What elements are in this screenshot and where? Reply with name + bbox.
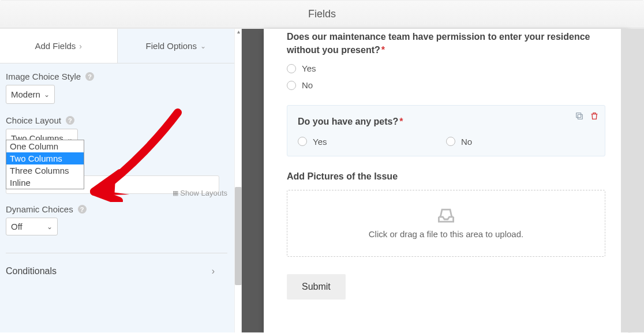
- sidebar-scrollbar[interactable]: ▴: [234, 29, 241, 332]
- page-title: Fields: [308, 8, 336, 20]
- preview-area: Does our maintenance team have permissio…: [242, 29, 644, 332]
- dynamic-choices-select[interactable]: Off ⌄: [6, 218, 58, 235]
- upload-section-label: Add Pictures of the Issue: [287, 171, 605, 182]
- scroll-thumb[interactable]: [235, 187, 242, 285]
- image-choice-style-label: Image Choice Style ?: [6, 72, 227, 81]
- radio-icon: [287, 81, 296, 90]
- required-asterisk: *: [381, 45, 385, 55]
- submit-button[interactable]: Submit: [287, 274, 346, 300]
- chevron-right-icon: ›: [212, 266, 215, 276]
- radio-icon: [298, 137, 307, 146]
- main-layout: Add Fields › Field Options ⌄ Image Choic…: [0, 28, 644, 332]
- choice-layout-label: Choice Layout ?: [6, 115, 227, 125]
- radio-option[interactable]: No: [287, 80, 605, 90]
- dropdown-option-one-column[interactable]: One Column: [6, 140, 84, 152]
- dropdown-option-inline[interactable]: Inline: [6, 177, 84, 189]
- dynamic-choices-label: Dynamic Choices ?: [6, 204, 227, 214]
- chevron-down-icon: ⌄: [44, 91, 50, 99]
- panel-tabs: Add Fields › Field Options ⌄: [0, 29, 234, 63]
- svg-rect-0: [578, 115, 582, 119]
- scroll-up-icon[interactable]: ▴: [235, 29, 242, 36]
- radio-icon: [287, 64, 296, 73]
- conditionals-section[interactable]: Conditionals ›: [6, 253, 227, 289]
- tab-add-fields[interactable]: Add Fields ›: [0, 29, 118, 63]
- radio-option[interactable]: Yes: [287, 63, 605, 73]
- left-panel: Add Fields › Field Options ⌄ Image Choic…: [0, 29, 242, 332]
- page-header: Fields: [0, 0, 644, 28]
- duplicate-icon[interactable]: [575, 111, 584, 121]
- image-choice-style-select[interactable]: Modern ⌄: [6, 85, 55, 104]
- dropdown-option-three-columns[interactable]: Three Columns: [6, 164, 84, 177]
- help-icon[interactable]: ?: [78, 205, 87, 214]
- radio-icon: [446, 137, 455, 146]
- preview-scrollbar[interactable]: [621, 29, 644, 332]
- trash-icon[interactable]: [590, 111, 599, 121]
- file-upload-dropzone[interactable]: Click or drag a file to this area to upl…: [287, 190, 605, 257]
- help-icon[interactable]: ?: [66, 116, 74, 125]
- chevron-down-icon: ⌄: [47, 223, 53, 231]
- radio-option[interactable]: No: [446, 137, 594, 147]
- show-layouts-link[interactable]: ▦ Show Layouts: [173, 189, 227, 197]
- chevron-down-icon: ⌄: [200, 42, 206, 50]
- svg-rect-1: [576, 113, 581, 118]
- question-pets-selected[interactable]: Do you have any pets?* Yes No: [287, 105, 605, 156]
- grid-icon: ▦: [173, 189, 178, 197]
- choice-layout-dropdown: One Column Two Columns Three Columns Inl…: [6, 140, 84, 189]
- question-permission: Does our maintenance team have permissio…: [287, 29, 605, 90]
- inbox-icon: [436, 207, 456, 223]
- dropdown-option-two-columns[interactable]: Two Columns: [6, 152, 84, 164]
- radio-option[interactable]: Yes: [298, 137, 446, 147]
- panel-body: Image Choice Style ? Modern ⌄ Choice Lay…: [0, 63, 234, 289]
- required-asterisk: *: [399, 117, 403, 126]
- form-preview: Does our maintenance team have permissio…: [264, 29, 628, 333]
- help-icon[interactable]: ?: [85, 72, 94, 81]
- chevron-right-icon: ›: [79, 42, 82, 51]
- tab-field-options[interactable]: Field Options ⌄: [118, 29, 235, 63]
